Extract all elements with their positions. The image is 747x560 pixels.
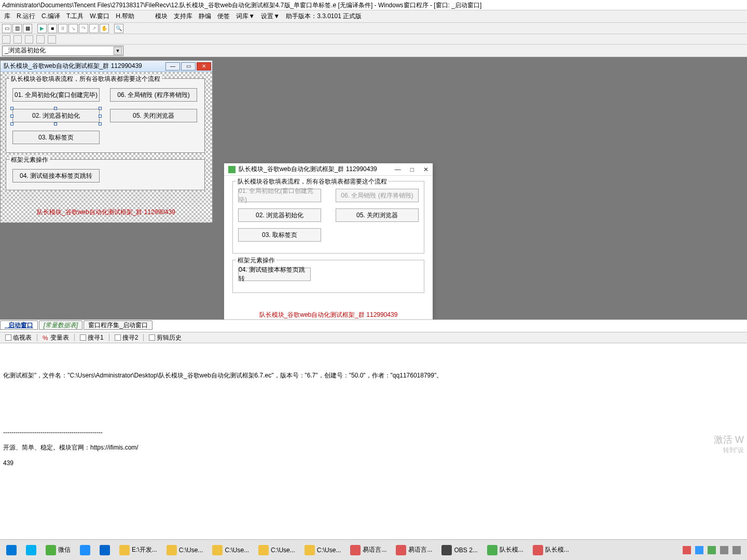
menu-support[interactable]: 支持库: [174, 12, 192, 21]
resize-handle-icon[interactable]: [10, 115, 13, 118]
close-icon[interactable]: ✕: [423, 166, 428, 173]
taskbar-item[interactable]: [95, 542, 114, 558]
tb2-icon[interactable]: [25, 35, 33, 44]
btn-01[interactable]: 01. 全局初始化(窗口创建完毕): [12, 88, 100, 102]
tb-stop-icon[interactable]: ■: [48, 24, 57, 33]
btn-04[interactable]: 04. 测试链接本标签页跳转: [12, 169, 100, 183]
ptab-clip[interactable]: 剪辑历史: [146, 332, 185, 343]
btn-03[interactable]: 03. 取标签页: [12, 131, 100, 144]
tb-find-icon[interactable]: 🔍: [114, 24, 123, 33]
ptab-search1[interactable]: 搜寻1: [77, 332, 107, 343]
taskbar-item[interactable]: 易语言...: [346, 542, 391, 558]
rt-btn-04[interactable]: 04. 测试链接本标签页跳转: [238, 268, 311, 281]
tb-break-icon[interactable]: ✋: [100, 24, 109, 33]
tb2-icon[interactable]: [48, 35, 56, 44]
title-bar: Administrator\Documents\Tencent Files\27…: [0, 0, 747, 10]
menu-static[interactable]: 静编: [199, 12, 211, 21]
btn-05[interactable]: 05. 关闭浏览器: [110, 109, 197, 122]
menu-compile[interactable]: C.编译: [42, 12, 60, 21]
maximize-icon[interactable]: ▭: [181, 62, 196, 71]
close-icon[interactable]: ✕: [197, 62, 211, 71]
tb2-icon[interactable]: [13, 35, 22, 44]
ptab-watch[interactable]: 临视表: [2, 332, 35, 343]
btn-06[interactable]: 06. 全局销毁 (程序将销毁): [110, 88, 197, 102]
resize-handle-icon[interactable]: [54, 107, 57, 110]
chevron-down-icon[interactable]: ▼: [114, 47, 122, 55]
table-icon: [5, 334, 11, 341]
taskbar-item[interactable]: 队长模...: [483, 542, 528, 558]
menu-module[interactable]: 模块: [155, 12, 168, 21]
groupbox-ops[interactable]: 框架元素操作 04. 测试链接本标签页跳转: [6, 159, 205, 190]
maximize-icon[interactable]: □: [410, 166, 414, 173]
ptab-search2[interactable]: 搜寻2: [112, 332, 142, 343]
designer-footer-label: 队长模块_谷歌web自动化测试框架_群 112990439: [37, 208, 175, 217]
rt-btn-02[interactable]: 02. 浏览器初始化: [238, 208, 321, 222]
app-icon: [396, 545, 406, 555]
taskbar-item[interactable]: [76, 542, 94, 558]
menu-lib[interactable]: 库: [4, 12, 10, 21]
taskbar-item[interactable]: C:\Use...: [208, 542, 253, 558]
tb-pause-icon[interactable]: ⏸: [58, 24, 67, 33]
taskbar-item[interactable]: C:\Use...: [162, 542, 208, 558]
menu-tools[interactable]: T.工具: [66, 12, 84, 21]
resize-handle-icon[interactable]: [10, 107, 13, 110]
tray-icon[interactable]: [708, 546, 716, 554]
taskbar-item[interactable]: 微信: [42, 542, 75, 558]
taskbar-item[interactable]: 易语言...: [392, 542, 436, 558]
tb-open-icon[interactable]: ▥: [12, 24, 22, 33]
designer-window: 队长模块_谷歌web自动化测试框架_群 112990439 — ▭ ✕ 队长模块…: [0, 60, 213, 223]
minimize-icon[interactable]: —: [165, 62, 180, 71]
doc-tab-const[interactable]: [常量数据表]: [39, 320, 83, 330]
taskbar-item[interactable]: C:\Use...: [254, 542, 299, 558]
taskbar-item[interactable]: C:\Use...: [300, 542, 345, 558]
taskbar-item-label: 易语言...: [408, 545, 432, 554]
menu-window[interactable]: W.窗口: [90, 12, 109, 21]
resize-handle-icon[interactable]: [54, 122, 57, 125]
proc-combo[interactable]: _浏览器初始化 ▼: [2, 46, 123, 56]
menu-help[interactable]: H.帮助: [116, 12, 134, 21]
runtime-titlebar[interactable]: 队长模块_谷歌web自动化测试框架_群 112990439 — □ ✕: [224, 163, 433, 176]
designer-canvas[interactable]: 队长模块谷歌填表流程，所有谷歌填表都需要这个流程 01. 全局初始化(窗口创建完…: [1, 72, 212, 222]
tb-save-icon[interactable]: ▦: [23, 24, 32, 33]
groupbox-flow[interactable]: 队长模块谷歌填表流程，所有谷歌填表都需要这个流程 01. 全局初始化(窗口创建完…: [6, 78, 205, 153]
app-icon: [258, 545, 269, 555]
doc-tab-start[interactable]: _启动窗口: [0, 320, 38, 330]
resize-handle-icon[interactable]: [10, 122, 13, 125]
taskbar-item[interactable]: [2, 542, 21, 558]
menu-run[interactable]: R.运行: [17, 12, 35, 21]
rt-btn-06[interactable]: 06. 全局销毁 (程序将销毁): [336, 189, 419, 202]
system-tray[interactable]: [683, 546, 745, 554]
taskbar-item[interactable]: 队长模...: [529, 542, 573, 558]
menu-convenience[interactable]: 便签: [217, 12, 230, 21]
rt-btn-05[interactable]: 05. 关闭浏览器: [336, 208, 419, 222]
menu-settings[interactable]: 设置▼: [261, 12, 280, 21]
btn-02-selected[interactable]: 02. 浏览器初始化: [12, 109, 100, 122]
tb2-icon[interactable]: [36, 35, 45, 44]
tray-speaker-icon[interactable]: [720, 546, 728, 554]
tb-stepover-icon[interactable]: ↷: [79, 24, 88, 33]
output-panel[interactable]: 化测试框架"，文件名："C:\Users\Administrator\Deskt…: [0, 343, 747, 467]
taskbar-item[interactable]: [22, 542, 40, 558]
tray-icon[interactable]: [732, 546, 741, 554]
resize-handle-icon[interactable]: [99, 107, 102, 110]
doc-tab-procset[interactable]: 窗口程序集_启动窗口: [84, 320, 153, 330]
rt-btn-01[interactable]: 01. 全局初始化(窗口创建完毕): [238, 189, 321, 202]
rt-btn-03[interactable]: 03. 取标签页: [238, 228, 321, 242]
taskbar-item-label: C:\Use...: [317, 547, 341, 554]
tb-run-icon[interactable]: ▶: [37, 24, 47, 33]
designer-titlebar[interactable]: 队长模块_谷歌web自动化测试框架_群 112990439 — ▭ ✕: [1, 61, 212, 72]
tb-stepout-icon[interactable]: ↗: [89, 24, 99, 33]
taskbar-item[interactable]: OBS 2...: [437, 542, 481, 558]
ptab-vars[interactable]: %变量表: [39, 332, 72, 343]
menu-cilib[interactable]: 词库▼: [236, 12, 255, 21]
resize-handle-icon[interactable]: [99, 115, 102, 118]
minimize-icon[interactable]: —: [395, 166, 401, 173]
taskbar-item[interactable]: E:\开发...: [115, 542, 161, 558]
tb-stepinto-icon[interactable]: ↘: [68, 24, 78, 33]
tray-icon[interactable]: [695, 546, 703, 554]
tb-new-icon[interactable]: ▭: [2, 24, 11, 33]
tb2-icon[interactable]: [2, 35, 10, 44]
tray-icon[interactable]: [683, 546, 691, 554]
taskbar-item-label: 队长模...: [500, 545, 523, 554]
resize-handle-icon[interactable]: [99, 122, 102, 125]
